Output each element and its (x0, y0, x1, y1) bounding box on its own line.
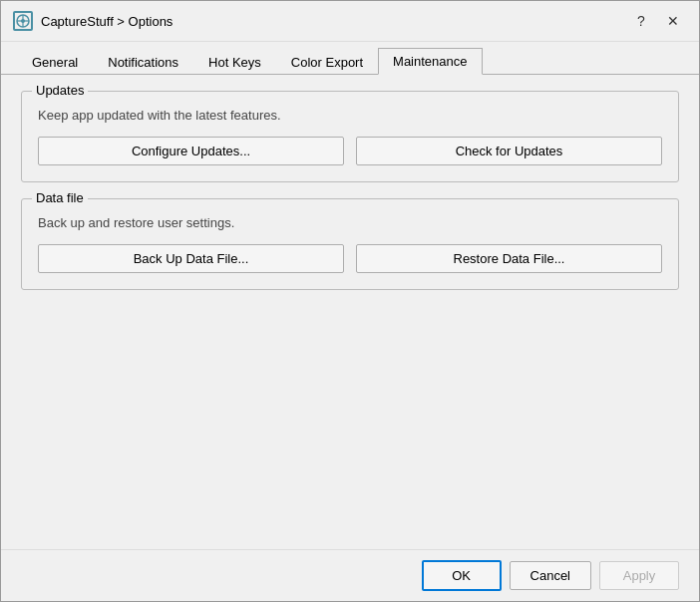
app-icon (13, 11, 33, 31)
dialog-content: Updates Keep app updated with the latest… (1, 75, 699, 549)
configure-updates-button[interactable]: Configure Updates... (38, 137, 344, 165)
datafile-section-label: Data file (32, 190, 88, 205)
tab-bar: General Notifications Hot Keys Color Exp… (1, 42, 699, 75)
apply-button[interactable]: Apply (599, 561, 679, 590)
updates-section-label: Updates (32, 83, 88, 98)
backup-datafile-button[interactable]: Back Up Data File... (38, 244, 344, 273)
updates-buttons: Configure Updates... Check for Updates (38, 137, 662, 165)
ok-button[interactable]: OK (422, 560, 502, 591)
updates-section: Updates Keep app updated with the latest… (21, 91, 679, 182)
title-bar: CaptureStuff > Options ? ✕ (1, 1, 699, 42)
updates-description: Keep app updated with the latest feature… (38, 108, 662, 123)
cancel-button[interactable]: Cancel (510, 561, 591, 590)
check-updates-button[interactable]: Check for Updates (356, 137, 662, 165)
close-button[interactable]: ✕ (659, 9, 687, 33)
dialog-footer: OK Cancel Apply (1, 549, 699, 601)
tab-general[interactable]: General (17, 49, 93, 75)
datafile-section: Data file Back up and restore user setti… (21, 198, 679, 290)
help-button[interactable]: ? (627, 9, 655, 33)
datafile-description: Back up and restore user settings. (38, 215, 662, 230)
restore-datafile-button[interactable]: Restore Data File... (356, 244, 662, 273)
title-bar-right: ? ✕ (627, 9, 687, 33)
svg-point-3 (21, 19, 25, 23)
title-bar-left: CaptureStuff > Options (13, 11, 173, 31)
tab-colorexport[interactable]: Color Export (276, 49, 378, 75)
datafile-buttons: Back Up Data File... Restore Data File..… (38, 244, 662, 273)
tab-notifications[interactable]: Notifications (93, 49, 193, 75)
tab-hotkeys[interactable]: Hot Keys (193, 49, 276, 75)
tab-maintenance[interactable]: Maintenance (378, 48, 482, 75)
dialog-window: CaptureStuff > Options ? ✕ General Notif… (0, 0, 700, 602)
dialog-title: CaptureStuff > Options (41, 14, 173, 29)
